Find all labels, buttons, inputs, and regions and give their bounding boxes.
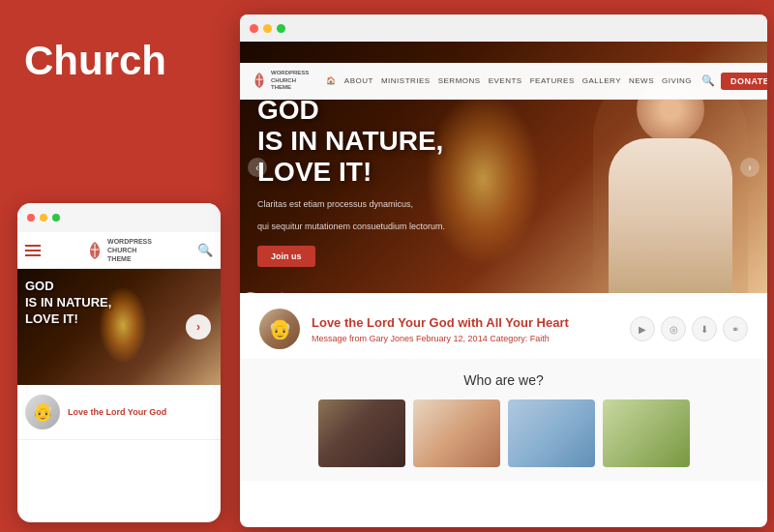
sermon-author[interactable]: Gary Jones — [370, 334, 414, 343]
hero-prev-arrow[interactable]: ‹ — [248, 158, 267, 177]
nav-item-news[interactable]: NEWS — [629, 76, 654, 85]
nav-logo-text: WORDPRESSCHURCHTHEME — [271, 70, 309, 92]
donate-button[interactable]: Donate — [721, 73, 767, 90]
sermon-meta: Message from Gary Jones February 12, 201… — [312, 334, 618, 343]
mobile-hero-line3: LOVE IT! — [25, 311, 111, 328]
desktop-dot-green — [277, 24, 285, 33]
who-image-2 — [413, 399, 500, 467]
hero-line3: LOVE IT! — [257, 157, 445, 188]
desktop-mockup: NEXT BIG EVENT IN 37 DAYS 13 HOURS 03 MI… — [240, 15, 767, 527]
desktop-dot-red — [250, 24, 258, 33]
nav-item-ministries[interactable]: MINISTRIES — [381, 76, 431, 85]
hero-person-body — [609, 138, 732, 293]
mobile-dot-yellow — [40, 214, 47, 222]
sermon-avatar: 👴 — [259, 309, 300, 349]
mobile-dot-green — [52, 214, 60, 222]
nav-item-about[interactable]: ABOUT — [344, 76, 373, 85]
sermon-actions: ▶ ◎ ⬇ ⚭ — [630, 316, 748, 341]
desktop-nav-logo: WORDPRESSCHURCHTHEME — [252, 70, 309, 92]
sermon-play-button[interactable]: ▶ — [630, 316, 655, 341]
hero-desc-line1: Claritas est etiam processus dynamicus, — [257, 198, 445, 212]
hero-desc-line2: qui sequitur mutationem consuetudium lec… — [257, 221, 445, 234]
sermon-meta-prefix: Message from — [312, 334, 367, 343]
left-panel: Church Theme By vamtam WORDPRESSCHURCHTH… — [0, 0, 232, 532]
who-images — [259, 399, 748, 467]
nav-item-gallery[interactable]: GALLERY — [582, 76, 621, 85]
mobile-search-icon[interactable]: 🔍 — [197, 243, 213, 257]
sermon-info: Love the Lord Your God with All Your Hea… — [312, 315, 618, 343]
mobile-hero: GOD IS IN NATURE, LOVE IT! › — [17, 269, 221, 385]
sermon-download-button[interactable]: ⬇ — [692, 316, 717, 341]
mobile-hero-line1: GOD — [25, 279, 111, 295]
sermon-category-prefix: Category: — [490, 334, 527, 343]
join-button[interactable]: Join us — [257, 246, 315, 267]
nav-item-features[interactable]: FEATURES — [530, 76, 575, 85]
hero-next-arrow[interactable]: › — [740, 158, 759, 177]
nav-actions: 🔍 Donate — [701, 73, 767, 90]
mobile-logo-text: WORDPRESSCHURCHTHEME — [107, 237, 152, 263]
mobile-sermon-card: 👴 Love the Lord Your God — [17, 385, 221, 440]
mobile-nav: WORDPRESSCHURCHTHEME 🔍 — [17, 232, 221, 269]
nav-search-icon[interactable]: 🔍 — [701, 74, 715, 87]
mobile-hero-text: GOD IS IN NATURE, LOVE IT! — [25, 279, 111, 328]
sermon-audio-button[interactable]: ◎ — [661, 316, 686, 341]
nav-item-sermons[interactable]: SERMONS — [438, 76, 481, 85]
mobile-top-bar — [17, 203, 221, 232]
sermon-share-button[interactable]: ⚭ — [723, 316, 748, 341]
who-section: Who are we? — [240, 359, 767, 481]
hero-text: GOD IS IN NATURE, LOVE IT! Claritas est … — [257, 95, 445, 267]
nav-items: 🏠 ABOUT MINISTRIES SERMONS EVENTS FEATUR… — [326, 76, 692, 85]
who-title: Who are we? — [259, 372, 748, 388]
mobile-dot-red — [27, 214, 35, 222]
nav-logo-icon — [252, 71, 267, 90]
who-image-1 — [318, 399, 405, 467]
hero-line2: IS IN NATURE, — [257, 126, 445, 157]
mobile-mockup: WORDPRESSCHURCHTHEME 🔍 GOD IS IN NATURE,… — [17, 203, 221, 522]
desktop-nav: WORDPRESSCHURCHTHEME 🏠 ABOUT MINISTRIES … — [240, 63, 767, 100]
hamburger-icon[interactable] — [25, 245, 41, 256]
desktop-dot-yellow — [263, 24, 272, 33]
mobile-avatar: 👴 — [25, 395, 60, 429]
sermon-category[interactable]: Faith — [530, 334, 550, 343]
nav-item-home[interactable]: 🏠 — [326, 76, 337, 85]
who-image-3 — [508, 399, 595, 467]
desktop-top-bar — [240, 15, 767, 42]
mobile-logo: WORDPRESSCHURCHTHEME — [86, 237, 152, 263]
sermon-date: February 12, 2014 — [416, 334, 488, 343]
nav-item-events[interactable]: EVENTS — [489, 76, 522, 85]
sermon-title[interactable]: Love the Lord Your God with All Your Hea… — [312, 315, 618, 330]
mobile-card-text: Love the Lord Your God — [68, 406, 166, 419]
mobile-hero-line2: IS IN NATURE, — [25, 295, 111, 311]
who-image-4 — [603, 399, 690, 467]
mobile-logo-icon — [86, 240, 104, 261]
sermon-card: 👴 Love the Lord Your God with All Your H… — [240, 295, 767, 364]
mobile-next-arrow[interactable]: › — [186, 314, 211, 340]
nav-item-giving[interactable]: GIVING — [662, 76, 692, 85]
